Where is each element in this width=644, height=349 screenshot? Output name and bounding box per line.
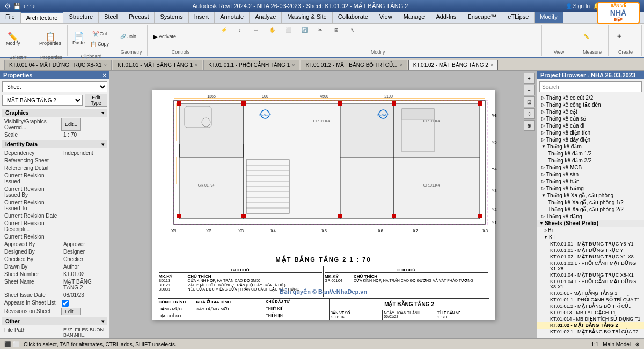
tree-item-kt-0101-mat-bang[interactable]: KT.01.01 - MẶT BẰNG TẦNG 1 [537, 290, 644, 296]
ribbon-btn-trim[interactable]: ✂ [313, 26, 328, 35]
ribbon-btn-paste[interactable]: 📄 Paste [71, 26, 86, 53]
edit-type-btn[interactable]: Edit Type [85, 94, 107, 107]
tree-item-cot[interactable]: ▷ Thống kê cột [537, 108, 644, 115]
tab-massing[interactable]: Massing & Site [282, 12, 332, 23]
tree-item-thong-ke-co-cut[interactable]: ▷ Thống kê co cút 2/2 [537, 94, 644, 101]
close-tab-kt0101[interactable]: × [195, 63, 197, 68]
scale-btn[interactable]: 1:1 [591, 341, 598, 347]
tab-collaborate[interactable]: Collaborate [333, 12, 374, 23]
revisions-edit-btn[interactable]: Edit... [61, 308, 81, 315]
view-cube-btn[interactable]: ⬡ [524, 108, 535, 119]
tree-item-kt-0104-x8x1[interactable]: KT.0.01.04 - MẶT ĐỨNG TRỤC X8-X1 [537, 272, 644, 278]
tree-item-kt-01014-dien-tich[interactable]: KT.01.014 - MB DIỆN TÍCH SỬ DỤNG T1 [537, 316, 644, 322]
ribbon-btn-copy[interactable]: 📋 Copy [87, 40, 112, 49]
tab-view[interactable]: View [374, 12, 398, 23]
zoom-fit-btn[interactable]: ⊡ [524, 96, 535, 107]
ribbon-btn-scale[interactable]: ⤡ [345, 26, 360, 35]
tree-item-dam-2[interactable]: Thống kê đầm 2/2 [537, 157, 644, 164]
zoom-in-btn[interactable]: + [524, 73, 535, 84]
tree-item-tran[interactable]: ▷ Thống kê trần [537, 178, 644, 185]
ribbon-btn-properties[interactable]: 📋 Properties [38, 26, 63, 54]
tab-manage[interactable]: Manage [398, 12, 431, 23]
tree-item-kt-0101-y[interactable]: KT.0.01.01 - MẶT ĐỨNG TRỤC Y [537, 247, 644, 254]
tab-structure[interactable]: Structure [63, 12, 99, 23]
tree-item-kt-0104-phoi-canh[interactable]: KT.0.01.04.1 - PHỐI CẢNH MẶT ĐỨNG X8-X1 [537, 278, 644, 290]
doc-tab-kt0101[interactable]: KT.01.01 - MẶT BẰNG TẦNG 1 × [113, 60, 202, 70]
ribbon-btn-copy2[interactable]: ⬜ [281, 26, 296, 35]
tree-item-kt-0102-phoi-canh[interactable]: KT.0.01.02.1 - PHỐI CẢNH MẶT ĐỨNG X1-X8 [537, 260, 644, 272]
ribbon-btn-array[interactable]: ⊞ [329, 26, 344, 35]
doc-tab-kt01012[interactable]: KT.01.01.2 - MẶT BẰNG BỐ TRÍ CỦ... × [301, 60, 407, 70]
tree-item-tuong[interactable]: ▷ Thống kê tường [537, 185, 644, 192]
tree-item-cua-di[interactable]: ▷ Thống kê cửa đi [537, 122, 644, 129]
tree-item-kt-01013-lat-gach[interactable]: KT.01.013 - MB LÁT GẠCH T1 [537, 309, 644, 316]
view-settings-btn[interactable]: ⚙ [635, 341, 640, 347]
section-identity-arrow[interactable]: ▾ [101, 142, 104, 147]
ribbon-btn-align[interactable]: ⚡ [216, 26, 231, 35]
tree-item-xa-go-1[interactable]: Thống kê Xa gỗ, cầu phòng 1/2 [537, 199, 644, 206]
appears-in-list-checkbox[interactable] [62, 300, 69, 307]
ribbon-btn-activate[interactable]: ▶ Activate [151, 32, 179, 42]
tab-file[interactable]: File [0, 12, 21, 23]
tab-steel[interactable]: Steel [99, 12, 123, 23]
doc-tab-kt01011[interactable]: KT.01.01.1 - PHỐI CẢNH TẦNG 1 × [203, 60, 299, 70]
tree-item-mcb[interactable]: ▷ Thống kê MCB [537, 164, 644, 171]
tree-item-xa-go-2[interactable]: Thống kê Xa gỗ, cầu phòng 2/2 [537, 206, 644, 213]
doc-tab-kt0102-active[interactable]: KT.01.02 - MẶT BẰNG TẦNG 2 × [408, 60, 498, 70]
properties-close-icon[interactable]: × [103, 72, 106, 78]
tab-precast[interactable]: Precast [123, 12, 155, 23]
close-tab-kt01011[interactable]: × [292, 63, 295, 68]
tree-item-cong-tac-den[interactable]: ▷ Thống kê công tắc đèn [537, 101, 644, 108]
tab-analyze[interactable]: Analyze [250, 12, 282, 23]
ribbon-btn-create[interactable]: ✚ [612, 32, 627, 42]
browser-search-input[interactable] [539, 81, 642, 92]
tree-item-kt-0101-bo-tri-cua[interactable]: KT.01.01.1 - PHỐI CẢNH BỐ TRÍ CỦA T1 [537, 296, 644, 303]
tab-architecture[interactable]: Architecture [21, 12, 64, 23]
section-graphics-arrow[interactable]: ▾ [101, 110, 104, 116]
quick-save-btn[interactable]: 💾 [13, 3, 21, 10]
tab-systems[interactable]: Systems [155, 12, 188, 23]
zoom-out-btn[interactable]: − [524, 85, 535, 95]
tree-item-xa-go[interactable]: ▼ Thống kê Xa gỗ, cầu phòng [537, 192, 644, 199]
ribbon-btn-rotate[interactable]: 🔄 [297, 26, 312, 35]
tree-item-kt-0102-active[interactable]: KT.01.02 - MẶT BẰNG TẦNG 2 [537, 322, 644, 329]
tree-item-cua-so[interactable]: ▷ Thống kê cửa sổ [537, 115, 644, 122]
status-icon-1[interactable]: ⬛ [4, 341, 11, 347]
tree-item-dam-1[interactable]: Thống kê đầm 1/2 [537, 150, 644, 157]
tree-item-dam[interactable]: ▼ Thống kê đầm [537, 143, 644, 150]
visibility-edit-btn[interactable]: Edit... [61, 118, 81, 131]
ribbon-btn-join[interactable]: 🔗 Join [118, 32, 139, 42]
redo-btn[interactable]: ↪ [30, 3, 35, 10]
tab-enscape[interactable]: Enscape™ [462, 12, 502, 23]
tab-modify[interactable]: Modify [535, 12, 563, 23]
tree-item-kt-0102-1[interactable]: KT.01.02.1 - MẶT BẰNG BỐ TRÍ CỦA T2 [537, 329, 644, 335]
close-tab-kt0102[interactable]: × [491, 63, 493, 68]
tree-item-dang[interactable]: ▷ Thống kê đặng [537, 213, 644, 220]
tree-item-kt-0102-x1x8[interactable]: KT.0.01.02 - MẶT ĐỨNG TRỤC X1-X8 [537, 254, 644, 260]
filter-dropdown[interactable]: Sheet [2, 81, 107, 92]
sheet-dropdown[interactable]: MẶT BẰNG TẦNG 2 [2, 95, 83, 106]
ribbon-btn-measure[interactable]: 📏 [579, 32, 594, 42]
tree-item-kt[interactable]: ▼ KT [537, 234, 644, 241]
tree-item-san[interactable]: ▷ Thống kê sàn [537, 171, 644, 178]
tree-item-day-dien[interactable]: ▷ Thống kê dây điện [537, 136, 644, 143]
drawing-area[interactable]: + − ⊡ ⬡ ⊕ 1365 900 4500 2100 [110, 71, 537, 338]
doc-tab-kt0104[interactable]: KT.0.01.04 - MẶT ĐỨNG TRỤC X8-X1 × [4, 60, 112, 70]
status-icon-2[interactable]: ⬜ [13, 341, 19, 347]
signin-btn[interactable]: Sign In [573, 3, 590, 9]
section-other-arrow[interactable]: ▾ [101, 318, 104, 324]
close-tab-kt01012[interactable]: × [399, 63, 402, 68]
tab-annotate[interactable]: Annotate [215, 12, 250, 23]
close-tab-kt0104[interactable]: × [104, 63, 107, 68]
ribbon-btn-mirror[interactable]: ↔ [248, 26, 264, 35]
tree-item-bi[interactable]: ▷ Bi [537, 227, 644, 234]
tree-item-kt-0101-2[interactable]: KT.01.01.2 - MẶT BẰNG BỐ TRÍ CỦ... [537, 303, 644, 309]
ribbon-btn-modify[interactable]: ✏️ Modify [4, 26, 22, 54]
steering-wheel-btn[interactable]: ⊕ [524, 120, 535, 131]
tree-item-kt-0101-y5y1[interactable]: KT.0.01.01 - MẶT ĐỨNG TRỤC Y5-Y1 [537, 241, 644, 247]
tab-addins[interactable]: Add-Ins [430, 12, 462, 23]
ribbon-btn-move[interactable]: ✋ [265, 26, 280, 35]
tree-item-sheets[interactable]: ▼ Sheets (Sheet Prefix) [537, 220, 644, 227]
tab-elipse[interactable]: eTLipse [502, 12, 535, 23]
tab-insert[interactable]: Insert [189, 12, 215, 23]
